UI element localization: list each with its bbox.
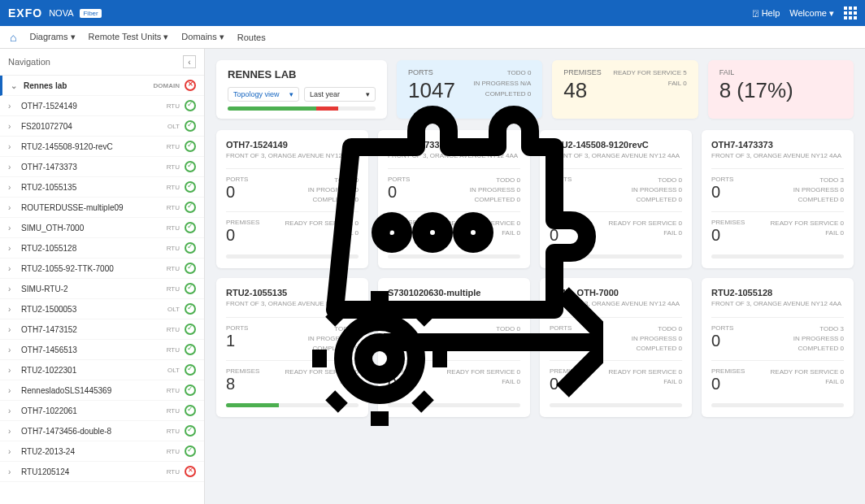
tree-item[interactable]: › ROUTERDUSSE-multiple09 RTU <box>0 198 204 218</box>
chevron-right-icon[interactable]: › <box>8 325 16 334</box>
chevron-right-icon[interactable]: › <box>8 406 16 415</box>
nav-tree[interactable]: ⌄ Rennes lab DOMAIN › OTH7-1524149 RTU ›… <box>0 76 204 504</box>
tree-item-tag: OLT <box>167 306 180 313</box>
stat-card[interactable]: PORTS 1047 TODO 0IN PROGRESS N/ACOMPLETE… <box>397 60 542 119</box>
chevron-right-icon[interactable]: › <box>8 244 16 253</box>
tree-item[interactable]: › OTH7-1524149 RTU <box>0 96 204 116</box>
chevron-right-icon[interactable]: › <box>8 467 16 476</box>
chevron-right-icon[interactable]: › <box>8 102 16 111</box>
card-prem-breakdown: READY FOR SERVICE 0FAIL 0 <box>771 367 844 393</box>
card-ports-breakdown: TODO 0IN PROGRESS 0COMPLETED 0 <box>470 324 520 354</box>
menu-routes[interactable]: Routes <box>237 33 266 42</box>
tree-item[interactable]: › FS201072704 OLT <box>0 116 204 137</box>
status-ok-icon <box>185 324 196 335</box>
tree-item[interactable]: › SIMU-RTU-2 RTU <box>0 279 204 299</box>
device-card[interactable]: SIMU_OTH-7000 FRONT OF 3, ORANGE AVENUE … <box>540 278 692 416</box>
card-premises: 0 <box>226 226 259 245</box>
chevron-right-icon[interactable]: › <box>8 366 16 375</box>
help-icon: ⍰ <box>753 8 759 18</box>
chevron-right-icon[interactable]: › <box>8 386 16 395</box>
tree-item[interactable]: › RTU2-1055135 RTU <box>0 177 204 198</box>
chevron-right-icon[interactable]: › <box>8 305 16 314</box>
device-card[interactable]: OTH7-1473373 FRONT OF 3, ORANGE AVENUE N… <box>378 130 530 268</box>
sidebar-header: Navigation ‹ <box>0 49 204 76</box>
stat-card[interactable]: PREMISES 48 READY FOR SERVICE 5FAIL 0 <box>552 60 698 119</box>
stat-value: 8 (17%) <box>719 78 793 103</box>
chevron-right-icon[interactable]: › <box>8 224 16 232</box>
device-card[interactable]: S7301020630-multiple FRONT OF 3, ORANGE … <box>378 278 530 416</box>
tree-item-tag: RTU <box>167 448 180 455</box>
tree-item[interactable]: › RTU2-1055-92-TTK-7000 RTU <box>0 259 204 279</box>
device-card[interactable]: RTU2-1055128 FRONT OF 3, ORANGE AVENUE N… <box>702 278 854 416</box>
card-ports: 0 <box>711 183 733 202</box>
card-progress <box>550 254 682 259</box>
tree-item-label: RennesladoSLS1445369 <box>21 386 162 395</box>
stat-breakdown: READY FOR SERVICE 5FAIL 0 <box>613 68 686 111</box>
stat-value: 48 <box>563 78 602 103</box>
device-card[interactable]: OTH7-1473373 FRONT OF 3, ORANGE AVENUE N… <box>702 130 854 268</box>
menu-remote-test-units[interactable]: Remote Test Units ▾ <box>89 32 169 42</box>
view-select[interactable]: Topology view▾ <box>228 87 299 102</box>
collapse-sidebar-button[interactable]: ‹ <box>183 55 196 68</box>
status-ok-icon <box>185 364 196 376</box>
welcome-dropdown[interactable]: Welcome ▾ <box>789 8 834 19</box>
help-button[interactable]: ⍰ Help <box>753 8 780 18</box>
tree-item[interactable]: › RennesladoSLS1445369 RTU <box>0 380 204 401</box>
status-ok-icon <box>185 161 196 172</box>
menu-diagrams[interactable]: Diagrams ▾ <box>29 32 75 42</box>
topbar-right: ⍰ Help Welcome ▾ <box>753 7 857 20</box>
home-icon[interactable]: ⌂ <box>10 31 16 44</box>
summary-row: RENNES LAB Topology view▾ Last year▾ POR… <box>216 60 854 119</box>
tree-item[interactable]: › RTU2-1022301 OLT <box>0 360 204 380</box>
card-prem-breakdown: READY FOR SERVICE 0FAIL 0 <box>447 219 520 245</box>
tree-item[interactable]: › OTH7-1473152 RTU <box>0 319 204 340</box>
card-premises: 0 <box>711 375 745 393</box>
chevron-right-icon[interactable]: › <box>8 285 16 293</box>
tree-item-tag: RTU <box>167 407 180 415</box>
menu-domains[interactable]: Domains ▾ <box>181 32 224 42</box>
device-card[interactable]: OTH7-1524149 FRONT OF 3, ORANGE AVENUE N… <box>216 130 368 268</box>
tree-item[interactable]: › OTH7-1022061 RTU <box>0 401 204 421</box>
chevron-down-icon[interactable]: ⌄ <box>11 81 19 90</box>
tree-item[interactable]: › OTH7-1456513 RTU <box>0 340 204 360</box>
tree-item[interactable]: ⌄ Rennes lab DOMAIN <box>0 76 204 96</box>
tree-item[interactable]: › RTU2-1500053 OLT <box>0 299 204 319</box>
chevron-down-icon: ▾ <box>366 90 370 98</box>
chevron-right-icon[interactable]: › <box>8 183 16 192</box>
tree-item[interactable]: › RTU2-145508-9120-revC RTU <box>0 137 204 157</box>
tree-item[interactable]: › OTH7-1473456-double-8 RTU <box>0 421 204 441</box>
tree-item[interactable]: › RTU1205124 RTU <box>0 462 204 482</box>
device-card[interactable]: RTU2-145508-9120revC FRONT OF 3, ORANGE … <box>540 130 692 268</box>
tree-item-label: RTU2-1500053 <box>21 305 163 314</box>
tree-item[interactable]: › OTH7-1473373 RTU <box>0 157 204 177</box>
chevron-right-icon[interactable]: › <box>8 427 16 436</box>
chevron-right-icon[interactable]: › <box>8 142 16 151</box>
chevron-right-icon[interactable]: › <box>8 447 16 456</box>
card-address: FRONT OF 3, ORANGE AVENUE NY12 4AA <box>388 300 520 308</box>
card-address: FRONT OF 3, ORANGE AVENUE NY12 4AA <box>226 300 359 308</box>
tree-item[interactable]: › RTU2-2013-24 RTU <box>0 441 204 462</box>
tree-item-label: OTH7-1022061 <box>21 406 162 415</box>
tree-item[interactable]: › RTU2-1055128 RTU <box>0 238 204 259</box>
chevron-right-icon[interactable]: › <box>8 163 16 172</box>
device-card[interactable]: RTU2-1055135 FRONT OF 3, ORANGE AVENUE N… <box>216 278 368 416</box>
stat-card[interactable]: FAIL 8 (17%) <box>708 60 854 119</box>
period-select[interactable]: Last year▾ <box>304 87 376 102</box>
chevron-right-icon[interactable]: › <box>8 203 16 212</box>
tree-item-label: OTH7-1473373 <box>21 163 162 172</box>
chevron-right-icon[interactable]: › <box>8 122 16 131</box>
card-title: OTH7-1473373 <box>711 140 844 150</box>
card-ports: 0 <box>388 183 410 202</box>
tree-item-label: OTH7-1473456-double-8 <box>21 427 162 436</box>
tree-item-tag: OLT <box>167 123 180 130</box>
tree-item-label: RTU2-1055135 <box>21 183 162 192</box>
card-ports-breakdown: TODO 0IN PROGRESS 0COMPLETED 0 <box>632 324 682 354</box>
tree-item-tag: RTU <box>167 428 180 435</box>
chevron-down-icon: ▾ <box>289 90 293 98</box>
chevron-right-icon[interactable]: › <box>8 345 16 354</box>
tree-item[interactable]: › SIMU_OTH-7000 RTU <box>0 218 204 238</box>
tree-item-label: FS201072704 <box>21 122 163 131</box>
apps-button[interactable] <box>844 7 857 20</box>
product-name: NOVA <box>49 8 73 18</box>
chevron-right-icon[interactable]: › <box>8 264 16 273</box>
